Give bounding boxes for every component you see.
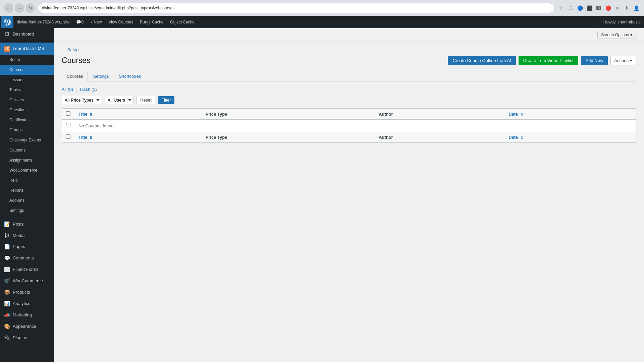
sidebar-item-posts[interactable]: 📝 Posts [0,219,54,230]
forward-button[interactable]: → [15,3,24,13]
nav-tabs: Courses Settings Shortcodes [62,71,636,81]
sidebar-item-comments[interactable]: 💬 Comments [0,252,54,264]
extension-icon-1[interactable]: ⬡ [567,4,574,12]
admin-bar-new[interactable]: + New [87,16,105,28]
screen-options-button[interactable]: Screen Options ▾ [597,31,636,39]
create-outline-button[interactable]: Create Course Outline from AI [448,56,516,65]
sidebar-item-challenge-exams[interactable]: Challenge Exams [0,135,54,145]
th-title[interactable]: Title ⇅ [74,109,202,120]
profile-icon[interactable]: 👤 [633,4,640,12]
sidebar-item-media[interactable]: 🖼 Media [0,230,54,241]
sidebar: ⊞ Dashboard LD LearnDash LMS Setup Cours… [0,28,54,362]
browser-toolbar-icons: ☆ ⬡ 🔵 ⬛ 🅰 🔴 ✉ ⬇ 👤 [557,4,640,12]
sidebar-item-marketing[interactable]: 📣 Marketing [0,309,54,321]
filter-button[interactable]: Filter [158,96,174,104]
row-checkbox[interactable] [66,123,70,127]
sidebar-item-groups[interactable]: Groups [0,125,54,135]
main-content: Screen Options ▾ ← Setup Courses Create … [54,28,644,362]
sidebar-item-dashboard[interactable]: ⊞ Dashboard [0,28,54,40]
sidebar-item-reports[interactable]: Reports [0,185,54,195]
tfoot-date-sort-icon: ⇅ [520,136,523,139]
admin-bar-comments[interactable]: 💬 0 [73,16,87,28]
admin-bar-site[interactable]: divine-feather-76243.wp1.site [13,16,73,28]
extension-icon-2[interactable]: 🔵 [576,4,584,12]
howdy-text: Howdy, sherif-abuzid [600,20,644,24]
admin-bar-purge-cache[interactable]: Purge Cache [137,16,167,28]
admin-bar-view-courses[interactable]: View Courses [105,16,137,28]
sidebar-item-questions[interactable]: Questions [0,105,54,115]
learndash-icon: LD [4,45,10,52]
sidebar-item-plugins[interactable]: 🔌 Plugins [0,332,54,344]
select-all-footer-checkbox[interactable] [66,134,70,139]
select-all-checkbox[interactable] [66,111,70,116]
sidebar-item-woocommerce-ld[interactable]: WooCommerce [0,165,54,175]
filter-all-link[interactable]: All (0) [62,87,73,92]
tab-settings[interactable]: Settings [88,71,114,81]
sidebar-item-settings[interactable]: Settings [0,205,54,216]
sidebar-item-pages[interactable]: 📄 Pages [0,241,54,252]
empty-row: No Courses found [62,120,636,132]
browser-nav-buttons[interactable]: ← → ↻ [4,3,35,13]
download-icon[interactable]: ⬇ [623,4,631,12]
create-video-button[interactable]: Create from Video Playlist [519,56,578,65]
pages-icon: 📄 [4,244,10,250]
sidebar-label-questions: Questions [9,108,28,112]
extension-icon-5[interactable]: 🔴 [604,4,612,12]
tfoot-title-label: Title [78,135,88,140]
sidebar-item-products[interactable]: 📦 Products [0,287,54,298]
sidebar-label-setup: Setup [9,57,20,62]
sidebar-label-groups: Groups [9,128,22,132]
extension-icon-6[interactable]: ✉ [614,4,621,12]
marketing-icon: 📣 [4,312,10,318]
sidebar-submenu-learndash: Setup Courses Lessons Topics Quizzes Que… [0,55,54,216]
sidebar-item-lessons[interactable]: Lessons [0,75,54,85]
analytics-icon: 📊 [4,301,10,307]
sidebar-item-courses[interactable]: Courses [0,65,54,75]
back-button[interactable]: ← [4,3,13,13]
sidebar-item-woocommerce-main[interactable]: 🛒 WooCommerce [0,275,54,287]
date-sort-icon: ⇅ [520,113,523,116]
extension-icon-4[interactable]: 🅰 [595,4,602,12]
admin-bar-object-cache[interactable]: Object Cache [167,16,198,28]
dashboard-icon: ⊞ [4,31,10,37]
extension-icon-3[interactable]: ⬛ [586,4,593,12]
address-bar[interactable]: divine-feather-76243.wp1.site/wp-admin/e… [38,3,555,13]
empty-checkbox-cell [62,120,75,132]
sidebar-item-fluent-forms[interactable]: ⬜ Fluent Forms [0,264,54,275]
tab-shortcodes[interactable]: Shortcodes [114,71,146,81]
add-new-button[interactable]: Add New [581,56,608,65]
sidebar-item-learndash-lms[interactable]: LD LearnDash LMS [0,43,54,55]
courses-table-body: No Courses found [62,120,636,132]
wp-admin-bar: divine-feather-76243.wp1.site 💬 0 + New … [0,16,644,28]
courses-table: Title ⇅ Price Type Author Date ⇅ [62,108,636,143]
sidebar-label-products: Products [13,290,30,295]
sidebar-item-quizzes[interactable]: Quizzes [0,95,54,105]
tfoot-date[interactable]: Date ⇅ [504,132,636,143]
tab-courses[interactable]: Courses [62,71,88,81]
fluent-forms-icon: ⬜ [4,266,10,273]
th-date[interactable]: Date ⇅ [504,109,636,120]
sidebar-item-certificates[interactable]: Certificates [0,115,54,125]
sidebar-item-help[interactable]: Help [0,175,54,185]
sidebar-label-add-ons: Add-ons [9,198,24,203]
sidebar-item-coupons[interactable]: Coupons [0,145,54,155]
reload-button[interactable]: ↻ [25,3,35,13]
price-types-select[interactable]: All Price Types [62,96,102,104]
wp-logo[interactable] [1,16,13,28]
sidebar-item-assignments[interactable]: Assignments [0,155,54,165]
sidebar-item-analytics[interactable]: 📊 Analytics [0,298,54,309]
breadcrumb-setup-link[interactable]: ← Setup [62,47,79,52]
plugins-icon: 🔌 [4,335,10,341]
filter-trash-link[interactable]: Trash (1) [79,87,97,92]
actions-dropdown-button[interactable]: Actions ▾ [610,56,636,65]
sidebar-item-appearance[interactable]: 🎨 Appearance [0,321,54,332]
reset-button[interactable]: Reset [137,96,155,104]
users-select[interactable]: All Users [105,96,134,104]
sidebar-item-setup[interactable]: Setup [0,55,54,65]
sidebar-item-add-ons[interactable]: Add-ons [0,195,54,205]
woocommerce-icon: 🛒 [4,278,10,284]
tfoot-title[interactable]: Title ⇅ [74,132,202,143]
sidebar-label-learndash-lms: LearnDash LMS [13,46,44,51]
bookmark-icon[interactable]: ☆ [557,4,565,12]
sidebar-item-topics[interactable]: Topics [0,85,54,95]
